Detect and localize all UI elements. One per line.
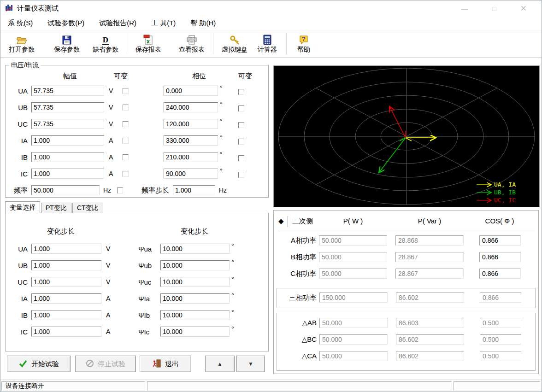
ia-label: IA (6, 137, 31, 145)
ub-step-unit: V (106, 262, 117, 269)
frequency-input[interactable] (31, 185, 100, 195)
ua-amplitude-input[interactable] (31, 86, 104, 96)
uc-step-input[interactable] (31, 277, 101, 287)
ib-amplitude-variable-checkbox[interactable] (123, 154, 129, 160)
degree-label: ° (231, 275, 234, 283)
tab-pt-ratio[interactable]: PT变比 (41, 203, 71, 213)
toolbar-open-params-button[interactable]: 打开参数 (5, 34, 38, 54)
uc-amplitude-variable-checkbox[interactable] (123, 121, 129, 127)
uc-step-unit: V (106, 278, 117, 286)
ia-amplitude-variable-checkbox[interactable] (123, 138, 129, 144)
start-test-button[interactable]: 开始试验 (7, 356, 71, 372)
menu-test-report[interactable]: 试验报告(R) (99, 19, 136, 28)
close-button[interactable]: ✕ (520, 5, 527, 12)
window-title: 计量仪表测试 (17, 4, 59, 13)
tab-strip: 变量选择 PT变比 CT变比 (5, 202, 103, 213)
ib-amplitude-input[interactable] (31, 152, 104, 162)
ia-step-label: IA (6, 295, 31, 303)
uc-amplitude-input[interactable] (31, 119, 104, 129)
exit-button[interactable]: 退出 (140, 356, 191, 372)
ic-amplitude-input[interactable] (31, 169, 104, 179)
ub-amplitude-input[interactable] (31, 102, 104, 112)
ua-amplitude-variable-checkbox[interactable] (123, 88, 129, 94)
ub-vector (379, 138, 406, 173)
degree-label: ° (231, 309, 234, 316)
ia-step-row: IA A ΨIa ° (6, 293, 268, 304)
psi-ic-step-input[interactable] (160, 327, 230, 337)
psi-ib-label: ΨIb (138, 311, 160, 319)
exit-door-icon (152, 359, 161, 369)
default-params-icon: D (102, 34, 109, 45)
three-phase-p-field: 150.000 (319, 293, 388, 303)
ua-phase-input[interactable] (164, 86, 218, 96)
delta-ab-label: △AB (280, 319, 317, 327)
ic-phase-variable-checkbox[interactable] (238, 172, 244, 178)
psi-ia-step-input[interactable] (160, 293, 230, 304)
frequency-variable-checkbox[interactable] (117, 187, 123, 193)
ub-amplitude-variable-checkbox[interactable] (123, 105, 129, 111)
menu-system[interactable]: 系 统(S) (8, 19, 33, 28)
toolbar-calculator-button[interactable]: 计算器 (253, 34, 282, 54)
toolbar-save-report-button[interactable]: 保存报表 (132, 34, 165, 54)
up-arrow-icon: ▲ (217, 361, 223, 367)
ia-amplitude-input[interactable] (31, 135, 104, 146)
menu-help[interactable]: 帮 助(H) (190, 19, 216, 28)
toolbar-label: 帮助 (297, 46, 310, 54)
delta-ca-cos-field: 0.500 (480, 351, 521, 361)
step-left-header: 变化步长 (33, 227, 88, 236)
toolbar-separator (127, 33, 127, 54)
connection-status: 设备连接断开 (1, 381, 145, 391)
menu-tools[interactable]: 工 具(T) (151, 19, 176, 28)
ia-step-input[interactable] (31, 293, 101, 304)
psi-uc-step-input[interactable] (160, 277, 230, 287)
phasor-svg: UA, IA UB, IB UC, IC (274, 66, 539, 207)
variable2-column-header: 可变 (234, 72, 257, 81)
ic-step-input[interactable] (31, 327, 101, 337)
frequency-step-input[interactable] (173, 185, 215, 195)
psi-ib-step-input[interactable] (160, 310, 230, 320)
ua-step-input[interactable] (31, 244, 101, 254)
toolbar-view-report-button[interactable]: 查看报表 (175, 34, 208, 54)
ib-phase-input[interactable] (164, 152, 218, 162)
step-down-button[interactable]: ▼ (236, 356, 265, 372)
delta-ab-cos-field: 0.500 (480, 318, 521, 328)
step-up-button[interactable]: ▲ (205, 356, 235, 372)
ub-phase-variable-checkbox[interactable] (238, 105, 244, 111)
stop-test-button[interactable]: 停止试验 (75, 356, 136, 372)
uc-phase-variable-checkbox[interactable] (238, 122, 244, 128)
degree-label: ° (220, 84, 223, 92)
ic-phase-input[interactable] (164, 169, 218, 179)
toolbar-virtual-keyboard-button[interactable]: 虚拟键盘 (218, 34, 251, 54)
uc-phase-input[interactable] (164, 119, 218, 129)
ub-step-input[interactable] (31, 260, 101, 270)
tab-variable-selection[interactable]: 变量选择 (5, 201, 40, 213)
ic-step-unit: A (106, 328, 117, 335)
toolbar-save-params-button[interactable]: 保存参数 (50, 34, 83, 54)
maximize-button[interactable]: □ (492, 5, 496, 12)
ia-phase-variable-checkbox[interactable] (238, 139, 244, 145)
minimize-button[interactable]: — (461, 5, 468, 12)
ua-phase-variable-checkbox[interactable] (238, 89, 244, 95)
phase-c-cos-field: 0.866 (479, 269, 521, 279)
psi-ua-step-input[interactable] (160, 244, 230, 254)
uc-label: UC (6, 120, 31, 128)
ic-label: IC (6, 170, 31, 178)
tab-ct-ratio[interactable]: CT变比 (72, 203, 103, 213)
psi-ub-step-input[interactable] (160, 260, 230, 270)
toolbar-label: 计算器 (258, 46, 277, 54)
printer-icon (186, 34, 197, 45)
menu-test-params[interactable]: 试验参数(P) (47, 19, 84, 28)
uc-unit-label: V (109, 120, 120, 128)
toolbar-help-button[interactable]: ? 帮助 (291, 34, 316, 54)
psi-ia-label: ΨIa (138, 295, 160, 303)
frequency-step-unit-label: Hz (219, 187, 230, 194)
ia-phase-input[interactable] (164, 135, 218, 146)
ub-label: UB (6, 104, 31, 111)
degree-label: ° (220, 134, 223, 141)
ic-amplitude-variable-checkbox[interactable] (123, 171, 129, 177)
ub-phase-input[interactable] (164, 102, 218, 112)
phase-a-var-field: 28.868 (395, 235, 464, 246)
toolbar-default-params-button[interactable]: D 缺省参数 (89, 34, 122, 54)
ib-phase-variable-checkbox[interactable] (238, 155, 244, 161)
ib-step-input[interactable] (31, 310, 101, 320)
